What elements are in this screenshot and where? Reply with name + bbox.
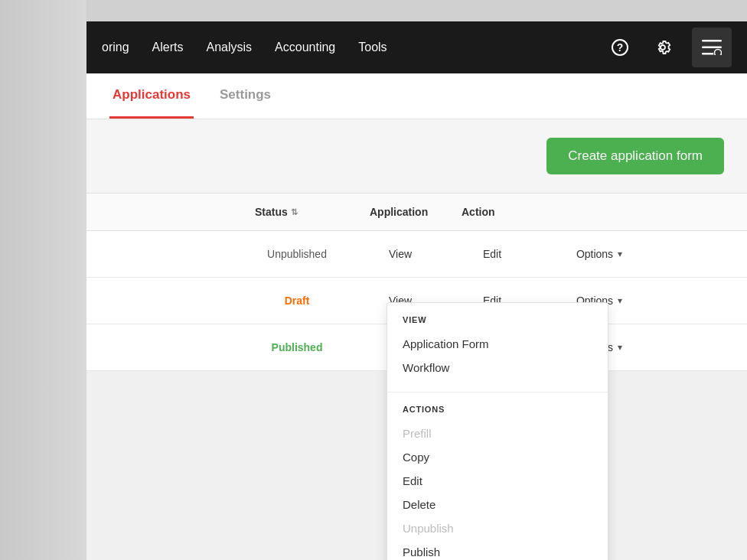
dropdown-prefill-item: Prefill — [403, 422, 592, 445]
menu-icon-button[interactable] — [692, 28, 732, 67]
dropdown-application-form-item[interactable]: Application Form — [403, 332, 592, 356]
chevron-down-icon: ▾ — [618, 342, 622, 353]
dropdown-actions-section: ACTIONS Prefill Copy Edit Delete Unpubli… — [387, 392, 608, 560]
dropdown-publish-item[interactable]: Publish — [403, 540, 592, 560]
svg-text:?: ? — [617, 41, 624, 54]
dropdown-delete-item[interactable]: Delete — [403, 493, 592, 516]
th-name — [86, 194, 240, 230]
sidebar-background — [0, 0, 86, 560]
dropdown-copy-item[interactable]: Copy — [403, 445, 592, 469]
th-application: Application — [354, 194, 446, 230]
row1-options-button[interactable]: Options ▾ — [570, 245, 628, 263]
row2-status: Draft — [240, 278, 354, 324]
th-options — [538, 194, 661, 230]
tabs-container: Applications Settings — [86, 73, 747, 119]
dropdown-unpublish-item: Unpublish — [403, 516, 592, 540]
svg-rect-2 — [702, 40, 722, 42]
row2-name — [86, 278, 240, 324]
dropdown-actions-title: ACTIONS — [403, 405, 592, 414]
settings-icon-button[interactable] — [649, 34, 677, 61]
dropdown-view-title: VIEW — [403, 315, 592, 324]
nav-item-accounting[interactable]: Accounting — [275, 41, 335, 54]
table-row: Unpublished View Edit Options ▾ — [86, 231, 747, 278]
th-action: Action — [446, 194, 538, 230]
th-status: Status ⇅ — [240, 194, 354, 230]
row1-edit[interactable]: Edit — [446, 231, 538, 277]
top-nav: oring Alerts Analysis Accounting Tools ? — [86, 21, 747, 73]
sort-icon[interactable]: ⇅ — [291, 207, 298, 217]
row1-name — [86, 231, 240, 277]
tab-settings[interactable]: Settings — [217, 73, 274, 119]
chevron-down-icon: ▾ — [618, 295, 622, 306]
nav-items: oring Alerts Analysis Accounting Tools — [102, 41, 606, 54]
row1-view[interactable]: View — [354, 231, 446, 277]
dropdown-view-section: VIEW Application Form Workflow — [387, 303, 608, 392]
create-button-area: Create application form — [86, 119, 747, 193]
nav-item-monitoring[interactable]: oring — [102, 41, 129, 54]
row3-status: Published — [240, 324, 354, 370]
nav-item-alerts[interactable]: Alerts — [152, 41, 184, 54]
row1-edit-button[interactable]: Edit — [477, 245, 507, 263]
dropdown-edit-item[interactable]: Edit — [403, 469, 592, 493]
nav-item-analysis[interactable]: Analysis — [206, 41, 252, 54]
create-application-form-button[interactable]: Create application form — [546, 138, 724, 174]
dropdown-workflow-item[interactable]: Workflow — [403, 356, 592, 379]
row1-view-button[interactable]: View — [383, 245, 418, 263]
nav-icons: ? — [606, 28, 732, 67]
content-panel: Applications Settings — [86, 73, 747, 119]
chevron-down-icon: ▾ — [618, 249, 622, 259]
help-icon-button[interactable]: ? — [606, 34, 634, 61]
table-header: Status ⇅ Application Action — [86, 194, 747, 231]
nav-item-tools[interactable]: Tools — [358, 41, 387, 54]
row1-status: Unpublished — [240, 231, 354, 277]
svg-rect-3 — [702, 47, 722, 49]
row1-options[interactable]: Options ▾ — [538, 231, 661, 277]
options-dropdown-menu: VIEW Application Form Workflow ACTIONS P… — [387, 302, 608, 560]
tab-applications[interactable]: Applications — [109, 73, 194, 119]
row3-name — [86, 324, 240, 370]
